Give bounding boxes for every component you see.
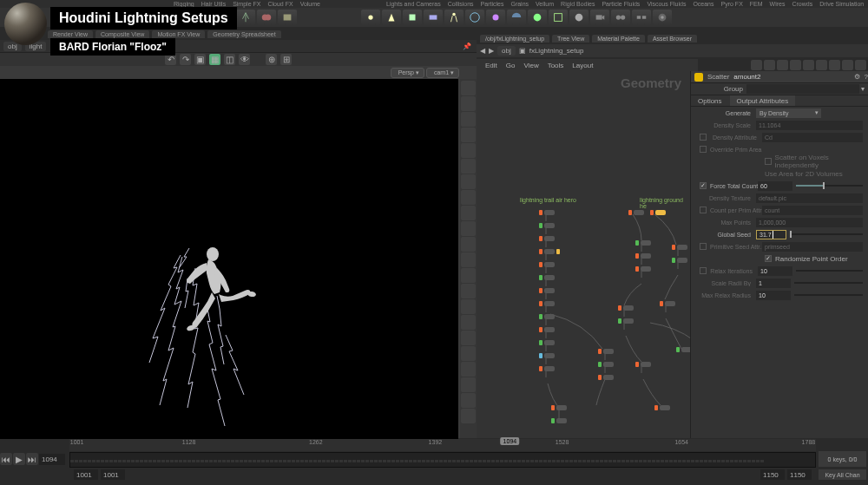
node[interactable] bbox=[635, 253, 651, 259]
persp-button[interactable]: Persp ▾ bbox=[391, 68, 424, 78]
vp-tool[interactable] bbox=[461, 268, 476, 283]
vp-tool[interactable] bbox=[461, 409, 476, 423]
node[interactable] bbox=[660, 301, 675, 306]
tab-output-attrs[interactable]: Output Attributes bbox=[730, 95, 796, 106]
vp-tool[interactable] bbox=[461, 159, 476, 174]
global-seed-slider[interactable] bbox=[790, 233, 863, 235]
range-end-1[interactable]: 1150 bbox=[760, 469, 785, 480]
node[interactable] bbox=[539, 249, 560, 254]
range-end-2[interactable]: 1150 bbox=[787, 469, 812, 480]
light-tool[interactable] bbox=[424, 10, 443, 25]
vp-tool[interactable] bbox=[461, 128, 476, 142]
help-icon[interactable]: ? bbox=[865, 73, 868, 81]
pin-icon[interactable]: 📌 bbox=[463, 43, 471, 50]
node[interactable] bbox=[539, 327, 555, 332]
node[interactable] bbox=[598, 362, 614, 367]
global-seed-input[interactable]: 31.7 bbox=[756, 230, 786, 239]
camera-tool[interactable] bbox=[632, 10, 651, 25]
node[interactable] bbox=[539, 301, 555, 306]
light-tool[interactable] bbox=[486, 10, 505, 25]
randomize-check[interactable] bbox=[765, 255, 772, 262]
camera-tool[interactable] bbox=[653, 10, 672, 25]
camera-tool[interactable] bbox=[611, 10, 630, 25]
vp-tool[interactable] bbox=[461, 96, 476, 111]
light-tool[interactable] bbox=[382, 10, 401, 25]
shelf-tool[interactable] bbox=[278, 10, 297, 25]
shelf-tab[interactable]: Pyro FX bbox=[721, 1, 743, 7]
node[interactable] bbox=[650, 210, 666, 215]
shelf-tab[interactable]: Vellum bbox=[536, 1, 554, 7]
shelf-tab[interactable]: Particles bbox=[481, 1, 504, 7]
node[interactable] bbox=[539, 262, 555, 267]
force-total-check[interactable] bbox=[700, 182, 707, 189]
node[interactable] bbox=[628, 210, 644, 215]
node[interactable] bbox=[539, 275, 555, 280]
vp-tool[interactable] bbox=[461, 237, 476, 252]
node[interactable] bbox=[676, 347, 690, 352]
node[interactable] bbox=[635, 266, 651, 272]
shelf-tab[interactable]: Hair Utils bbox=[201, 1, 226, 7]
light-tool[interactable] bbox=[444, 10, 464, 25]
back-icon[interactable]: ◀ bbox=[480, 47, 485, 55]
node[interactable] bbox=[618, 318, 634, 324]
node[interactable] bbox=[551, 405, 567, 410]
range-start-1[interactable]: 1001 bbox=[74, 469, 98, 480]
group-menu-icon[interactable]: ▾ bbox=[861, 85, 865, 93]
vp-tool[interactable] bbox=[461, 221, 476, 236]
shelf-tab[interactable]: Wires bbox=[770, 1, 786, 7]
shelf-tool[interactable] bbox=[257, 10, 276, 25]
network-view[interactable]: Geometry lightning trail air hero lightn… bbox=[477, 71, 690, 438]
net-tool[interactable] bbox=[842, 60, 853, 70]
vp-tool[interactable] bbox=[461, 331, 476, 345]
vp-tool[interactable] bbox=[461, 190, 476, 205]
light-tool[interactable] bbox=[528, 10, 547, 25]
vp-tool[interactable] bbox=[461, 299, 476, 314]
shelf-tab[interactable]: FEM bbox=[750, 1, 763, 7]
node[interactable] bbox=[539, 314, 555, 319]
net-path-obj[interactable]: obj bbox=[497, 46, 516, 56]
net-tool[interactable] bbox=[803, 60, 814, 70]
net-tool[interactable] bbox=[777, 60, 788, 70]
vp-tool[interactable] bbox=[461, 143, 476, 158]
shelf-tab[interactable]: Rigging bbox=[174, 1, 194, 7]
vp-tool[interactable] bbox=[461, 377, 476, 392]
shelf-tab[interactable]: Grains bbox=[510, 1, 529, 7]
node[interactable] bbox=[635, 362, 651, 367]
menu-edit[interactable]: Edit bbox=[485, 62, 497, 69]
light-tool[interactable] bbox=[361, 10, 380, 25]
node[interactable] bbox=[672, 245, 687, 250]
node[interactable] bbox=[598, 349, 614, 354]
node[interactable] bbox=[598, 375, 614, 380]
force-total-slider[interactable] bbox=[796, 185, 863, 187]
shelf-tab[interactable]: Oceans bbox=[693, 1, 713, 7]
menu-layout[interactable]: Layout bbox=[572, 62, 593, 69]
op-name[interactable]: amount2 bbox=[733, 73, 760, 81]
node[interactable] bbox=[551, 418, 567, 423]
timeline-ruler[interactable]: 1001 1128 1262 1392 1528 1654 1788 1094 bbox=[69, 439, 816, 451]
shelf-tab[interactable]: Particle Fluids bbox=[602, 1, 640, 7]
network-tab[interactable]: Material Palette bbox=[592, 35, 645, 43]
vp-tool[interactable] bbox=[461, 81, 476, 95]
menu-go[interactable]: Go bbox=[506, 62, 516, 69]
force-total-input[interactable]: 60 bbox=[758, 181, 792, 191]
light-tool[interactable] bbox=[549, 10, 568, 25]
group-field[interactable] bbox=[746, 84, 859, 94]
menu-tools[interactable]: Tools bbox=[548, 62, 564, 69]
vp-tool[interactable] bbox=[461, 362, 476, 377]
node[interactable] bbox=[539, 223, 555, 228]
vp-tool[interactable] bbox=[461, 346, 476, 361]
light-tool[interactable] bbox=[403, 10, 422, 25]
net-tool[interactable] bbox=[829, 60, 840, 70]
vp-btn[interactable]: 👁 bbox=[239, 54, 250, 65]
node[interactable] bbox=[672, 258, 687, 263]
cam-button[interactable]: cam1 ▾ bbox=[426, 68, 459, 78]
play-button[interactable]: ▶ bbox=[13, 453, 25, 465]
timeline-track[interactable] bbox=[69, 452, 816, 468]
shelf-tab[interactable]: Collisions bbox=[448, 1, 474, 7]
net-tool[interactable] bbox=[790, 60, 801, 70]
network-tab[interactable]: /obj/fxLightning_setup bbox=[480, 35, 549, 43]
net-tool[interactable] bbox=[816, 60, 827, 70]
vp-tool[interactable] bbox=[461, 252, 476, 267]
vp-btn[interactable]: ⊕ bbox=[266, 54, 277, 65]
node[interactable] bbox=[539, 353, 555, 358]
